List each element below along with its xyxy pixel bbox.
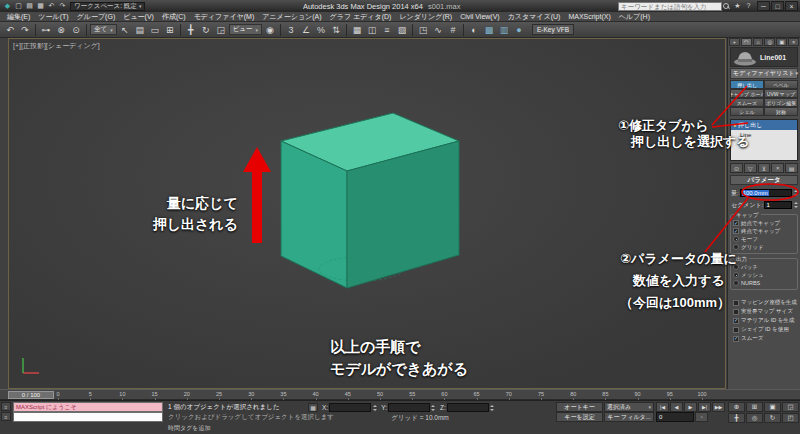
- key-filters-button[interactable]: キー フィルタ...: [604, 412, 654, 422]
- timeline-frame-70[interactable]: 70: [506, 391, 512, 397]
- show-end-result-icon[interactable]: ▽: [744, 163, 757, 173]
- absolute-mode-toggle[interactable]: ▦: [308, 403, 318, 412]
- select-object-icon[interactable]: ↖: [118, 23, 132, 36]
- menu-item-5[interactable]: モディファイヤ(M): [190, 12, 259, 21]
- radio-selected-icon[interactable]: [733, 236, 739, 242]
- render-setup-icon[interactable]: ▩: [482, 23, 496, 36]
- select-and-move-icon[interactable]: ╋: [184, 23, 198, 36]
- viewport-label[interactable]: [+][正投影][シェーディング]: [13, 41, 100, 51]
- menu-item-2[interactable]: グループ(G): [73, 12, 120, 21]
- param-option-4[interactable]: ✓スムーズ: [733, 334, 798, 343]
- favorites-star-icon[interactable]: ★: [732, 1, 743, 11]
- timeline-frame-50[interactable]: 50: [377, 391, 383, 397]
- param-option-3[interactable]: シェイプ ID を使用: [733, 325, 798, 334]
- select-by-name-icon[interactable]: ▤: [133, 23, 147, 36]
- rotate-view-icon[interactable]: ↻: [764, 413, 781, 423]
- amount-input[interactable]: 100.0mm: [740, 189, 792, 197]
- angle-snap-icon[interactable]: ∠: [299, 23, 313, 36]
- timeline-frame-25[interactable]: 25: [216, 391, 222, 397]
- bind-to-space-warp-icon[interactable]: ⊙: [69, 23, 83, 36]
- go-to-start-button[interactable]: |◀: [656, 402, 669, 412]
- open-file-icon[interactable]: ▤: [24, 1, 35, 11]
- help-icon[interactable]: ?: [743, 1, 754, 11]
- menu-item-11[interactable]: MAXScript(X): [564, 12, 614, 21]
- menu-item-9[interactable]: Civil View(V): [456, 12, 504, 21]
- maxscript-listener-output[interactable]: MAXScript にようこそ: [13, 402, 163, 412]
- menu-item-6[interactable]: アニメーション(A): [258, 12, 325, 21]
- timeline-frame-65[interactable]: 65: [474, 391, 480, 397]
- zoom-all-icon[interactable]: ⊞: [746, 402, 763, 412]
- checkbox-checked-icon[interactable]: ✓: [733, 336, 739, 342]
- minimize-button[interactable]: ─: [757, 1, 770, 11]
- checkbox-checked-icon[interactable]: ✓: [733, 220, 739, 226]
- panel-tab-create[interactable]: +: [729, 38, 740, 46]
- current-frame-field[interactable]: 0: [656, 412, 694, 422]
- reference-coordinate-combo[interactable]: ビュー▾: [229, 24, 262, 35]
- undo-icon[interactable]: ↶: [46, 1, 57, 11]
- group-0-option-1[interactable]: ✓終点でキャップ: [733, 227, 795, 235]
- spinner-icon[interactable]: [490, 404, 495, 412]
- timeline-frame-10[interactable]: 10: [119, 391, 125, 397]
- timeline-frame-30[interactable]: 30: [248, 391, 254, 397]
- param-option-2[interactable]: ✓マテリアル ID を生成: [733, 316, 798, 325]
- orbit-icon[interactable]: ◎: [746, 413, 763, 423]
- redo-icon[interactable]: ↷: [18, 23, 32, 36]
- app-logo-icon[interactable]: ◆: [2, 1, 13, 11]
- group-1-option-0[interactable]: パッチ: [733, 263, 795, 271]
- schematic-view-icon[interactable]: #: [446, 23, 460, 36]
- zoom-region-icon[interactable]: ◲: [782, 402, 799, 412]
- window-crossing-icon[interactable]: ⊞: [163, 23, 177, 36]
- select-and-link-icon[interactable]: ⊶: [39, 23, 53, 36]
- timeline-frame-90[interactable]: 90: [635, 391, 641, 397]
- spinner-icon[interactable]: [431, 404, 436, 412]
- redo-icon[interactable]: ↷: [57, 1, 68, 11]
- modifier-button-7[interactable]: 対称: [764, 107, 798, 116]
- object-name[interactable]: Line001: [760, 54, 786, 61]
- time-configuration-button[interactable]: ◔: [695, 412, 708, 422]
- search-input[interactable]: [618, 2, 722, 11]
- unlink-selection-icon[interactable]: ⊗: [54, 23, 68, 36]
- group-0-option-2[interactable]: モーフ: [733, 235, 795, 243]
- timeline-frame-20[interactable]: 20: [184, 391, 190, 397]
- make-unique-icon[interactable]: ⊻: [758, 163, 771, 173]
- timeline-frame-80[interactable]: 80: [570, 391, 576, 397]
- curve-editor-icon[interactable]: ∿: [431, 23, 445, 36]
- set-key-button[interactable]: キーを設定: [556, 412, 603, 422]
- pin-stack-icon[interactable]: ⊙: [730, 163, 743, 173]
- modifier-list-dropdown[interactable]: モディファイヤリスト ▼: [730, 68, 798, 79]
- selection-set-dropdown[interactable]: 選択済み ▾: [604, 402, 654, 412]
- modifier-button-6[interactable]: シェル: [730, 107, 764, 116]
- timeline-frame-60[interactable]: 60: [441, 391, 447, 397]
- timeline-frame-55[interactable]: 55: [409, 391, 415, 397]
- new-scene-icon[interactable]: ▢: [13, 1, 24, 11]
- group-1-option-1[interactable]: メッシュ: [733, 271, 795, 279]
- segments-input[interactable]: 1: [764, 201, 792, 209]
- timeline-frame-40[interactable]: 40: [313, 391, 319, 397]
- parameters-rollout-header[interactable]: パラメータ: [730, 175, 798, 185]
- timeline-frame-75[interactable]: 75: [538, 391, 544, 397]
- pan-view-icon[interactable]: ╋: [728, 413, 745, 423]
- group-1-option-2[interactable]: NURBS: [733, 279, 795, 287]
- viewcube-hat-icon[interactable]: [733, 48, 757, 66]
- coordinate-input-y[interactable]: [388, 403, 430, 412]
- modifier-button-5[interactable]: ポリゴン編集: [764, 98, 798, 107]
- menu-item-8[interactable]: レンダリング(R): [395, 12, 456, 21]
- mirror-icon[interactable]: ◫: [365, 23, 379, 36]
- time-tag-button[interactable]: 時間タグを追加: [168, 424, 210, 433]
- timeline-frame-5[interactable]: 5: [89, 391, 92, 397]
- undo-icon[interactable]: ↶: [3, 23, 17, 36]
- previous-frame-button[interactable]: ◀: [670, 402, 683, 412]
- layer-manager-icon[interactable]: ▧: [395, 23, 409, 36]
- spinner-snap-icon[interactable]: ⇅: [329, 23, 343, 36]
- menu-item-1[interactable]: ツール(T): [34, 12, 72, 21]
- modifier-button-4[interactable]: スムーズ: [730, 98, 764, 107]
- menu-item-4[interactable]: 作成(C): [158, 12, 190, 21]
- amount-spinner-icon[interactable]: [793, 189, 798, 197]
- maximize-button[interactable]: □: [771, 1, 784, 11]
- go-to-end-button[interactable]: ▶▶: [712, 402, 725, 412]
- panel-tab-motion[interactable]: ◎: [764, 38, 775, 46]
- param-option-1[interactable]: 実世界マップ サイズ: [733, 307, 798, 316]
- configure-modifier-sets-icon[interactable]: ▤: [785, 163, 798, 173]
- panel-tab-hierarchy[interactable]: ⌂: [753, 38, 764, 46]
- panel-tab-display[interactable]: ▣: [776, 38, 787, 46]
